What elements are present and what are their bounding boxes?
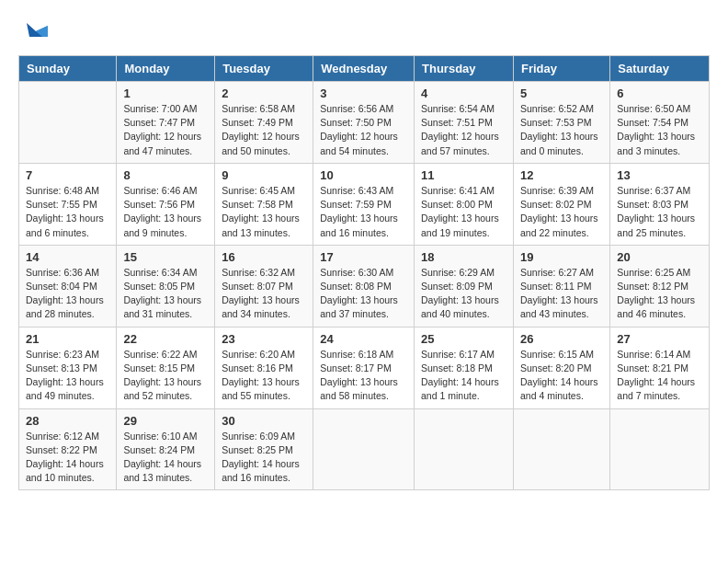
calendar-table: Sunday Monday Tuesday Wednesday Thursday…	[18, 55, 710, 490]
day-number: 30	[222, 414, 306, 428]
calendar-cell: 25Sunrise: 6:17 AMSunset: 8:18 PMDayligh…	[415, 327, 514, 408]
calendar-cell: 19Sunrise: 6:27 AMSunset: 8:11 PMDayligh…	[513, 245, 609, 327]
day-number: 28	[26, 414, 109, 428]
calendar-cell	[19, 82, 117, 164]
day-info: Sunrise: 6:14 AMSunset: 8:21 PMDaylight:…	[617, 348, 702, 404]
day-number: 13	[617, 168, 702, 182]
calendar-cell: 22Sunrise: 6:22 AMSunset: 8:15 PMDayligh…	[117, 327, 215, 408]
day-info: Sunrise: 6:34 AMSunset: 8:05 PMDaylight:…	[123, 266, 208, 322]
day-number: 24	[320, 332, 407, 346]
day-info: Sunrise: 6:58 AMSunset: 7:49 PMDaylight:…	[222, 102, 306, 158]
day-info: Sunrise: 6:20 AMSunset: 8:16 PMDaylight:…	[222, 348, 306, 404]
day-info: Sunrise: 6:46 AMSunset: 7:56 PMDaylight:…	[123, 184, 208, 240]
day-info: Sunrise: 7:00 AMSunset: 7:47 PMDaylight:…	[123, 102, 208, 158]
day-info: Sunrise: 6:52 AMSunset: 7:53 PMDaylight:…	[520, 102, 603, 158]
calendar-cell: 26Sunrise: 6:15 AMSunset: 8:20 PMDayligh…	[513, 327, 609, 408]
day-info: Sunrise: 6:36 AMSunset: 8:04 PMDaylight:…	[26, 266, 109, 322]
col-monday: Monday	[117, 56, 215, 82]
calendar-cell: 15Sunrise: 6:34 AMSunset: 8:05 PMDayligh…	[117, 245, 215, 327]
day-number: 8	[123, 168, 208, 182]
calendar-cell: 30Sunrise: 6:09 AMSunset: 8:25 PMDayligh…	[215, 408, 313, 490]
calendar-week-3: 14Sunrise: 6:36 AMSunset: 8:04 PMDayligh…	[19, 245, 710, 327]
day-number: 16	[222, 250, 306, 264]
calendar-body: 1Sunrise: 7:00 AMSunset: 7:47 PMDaylight…	[19, 82, 710, 490]
calendar-cell	[610, 408, 710, 490]
calendar-cell: 5Sunrise: 6:52 AMSunset: 7:53 PMDaylight…	[513, 82, 609, 164]
day-number: 10	[320, 168, 407, 182]
day-info: Sunrise: 6:10 AMSunset: 8:24 PMDaylight:…	[123, 430, 208, 486]
calendar-cell: 20Sunrise: 6:25 AMSunset: 8:12 PMDayligh…	[610, 245, 710, 327]
day-number: 26	[520, 332, 603, 346]
col-saturday: Saturday	[610, 56, 710, 82]
day-number: 23	[222, 332, 306, 346]
calendar-week-2: 7Sunrise: 6:48 AMSunset: 7:55 PMDaylight…	[19, 163, 710, 245]
logo-icon	[22, 18, 50, 46]
day-info: Sunrise: 6:54 AMSunset: 7:51 PMDaylight:…	[421, 102, 506, 158]
day-info: Sunrise: 6:17 AMSunset: 8:18 PMDaylight:…	[421, 348, 506, 404]
calendar-week-4: 21Sunrise: 6:23 AMSunset: 8:13 PMDayligh…	[19, 327, 710, 408]
calendar-cell: 7Sunrise: 6:48 AMSunset: 7:55 PMDaylight…	[19, 163, 117, 245]
day-info: Sunrise: 6:43 AMSunset: 7:59 PMDaylight:…	[320, 184, 407, 240]
header-row: Sunday Monday Tuesday Wednesday Thursday…	[19, 56, 710, 82]
calendar-cell: 8Sunrise: 6:46 AMSunset: 7:56 PMDaylight…	[117, 163, 215, 245]
calendar-cell: 17Sunrise: 6:30 AMSunset: 8:08 PMDayligh…	[313, 245, 415, 327]
calendar-cell: 2Sunrise: 6:58 AMSunset: 7:49 PMDaylight…	[215, 82, 313, 164]
calendar-cell: 4Sunrise: 6:54 AMSunset: 7:51 PMDaylight…	[415, 82, 514, 164]
calendar-cell: 13Sunrise: 6:37 AMSunset: 8:03 PMDayligh…	[610, 163, 710, 245]
day-info: Sunrise: 6:27 AMSunset: 8:11 PMDaylight:…	[520, 266, 603, 322]
day-info: Sunrise: 6:25 AMSunset: 8:12 PMDaylight:…	[617, 266, 702, 322]
day-info: Sunrise: 6:39 AMSunset: 8:02 PMDaylight:…	[520, 184, 603, 240]
col-wednesday: Wednesday	[313, 56, 415, 82]
day-number: 20	[617, 250, 702, 264]
day-info: Sunrise: 6:32 AMSunset: 8:07 PMDaylight:…	[222, 266, 306, 322]
day-number: 27	[617, 332, 702, 346]
day-info: Sunrise: 6:30 AMSunset: 8:08 PMDaylight:…	[320, 266, 407, 322]
day-number: 7	[26, 168, 109, 182]
day-info: Sunrise: 6:09 AMSunset: 8:25 PMDaylight:…	[222, 430, 306, 486]
calendar-cell	[313, 408, 415, 490]
day-number: 29	[123, 414, 208, 428]
calendar-cell	[513, 408, 609, 490]
col-friday: Friday	[513, 56, 609, 82]
calendar-cell: 6Sunrise: 6:50 AMSunset: 7:54 PMDaylight…	[610, 82, 710, 164]
day-number: 9	[222, 168, 306, 182]
day-number: 1	[123, 86, 208, 100]
day-number: 14	[26, 250, 109, 264]
day-number: 21	[26, 332, 109, 346]
calendar-cell: 21Sunrise: 6:23 AMSunset: 8:13 PMDayligh…	[19, 327, 117, 408]
day-number: 17	[320, 250, 407, 264]
day-number: 18	[421, 250, 506, 264]
day-number: 3	[320, 86, 407, 100]
calendar-cell: 27Sunrise: 6:14 AMSunset: 8:21 PMDayligh…	[610, 327, 710, 408]
day-number: 22	[123, 332, 208, 346]
calendar-cell: 12Sunrise: 6:39 AMSunset: 8:02 PMDayligh…	[513, 163, 609, 245]
day-info: Sunrise: 6:41 AMSunset: 8:00 PMDaylight:…	[421, 184, 506, 240]
day-info: Sunrise: 6:18 AMSunset: 8:17 PMDaylight:…	[320, 348, 407, 404]
page-header	[18, 18, 710, 46]
logo	[18, 18, 50, 46]
day-info: Sunrise: 6:23 AMSunset: 8:13 PMDaylight:…	[26, 348, 109, 404]
day-info: Sunrise: 6:45 AMSunset: 7:58 PMDaylight:…	[222, 184, 306, 240]
day-info: Sunrise: 6:37 AMSunset: 8:03 PMDaylight:…	[617, 184, 702, 240]
day-info: Sunrise: 6:12 AMSunset: 8:22 PMDaylight:…	[26, 430, 109, 486]
day-info: Sunrise: 6:50 AMSunset: 7:54 PMDaylight:…	[617, 102, 702, 158]
calendar-cell: 29Sunrise: 6:10 AMSunset: 8:24 PMDayligh…	[117, 408, 215, 490]
day-info: Sunrise: 6:22 AMSunset: 8:15 PMDaylight:…	[123, 348, 208, 404]
calendar-cell: 10Sunrise: 6:43 AMSunset: 7:59 PMDayligh…	[313, 163, 415, 245]
col-tuesday: Tuesday	[215, 56, 313, 82]
calendar-cell: 1Sunrise: 7:00 AMSunset: 7:47 PMDaylight…	[117, 82, 215, 164]
calendar-cell: 14Sunrise: 6:36 AMSunset: 8:04 PMDayligh…	[19, 245, 117, 327]
day-number: 4	[421, 86, 506, 100]
calendar-week-1: 1Sunrise: 7:00 AMSunset: 7:47 PMDaylight…	[19, 82, 710, 164]
day-info: Sunrise: 6:56 AMSunset: 7:50 PMDaylight:…	[320, 102, 407, 158]
day-number: 12	[520, 168, 603, 182]
calendar-week-5: 28Sunrise: 6:12 AMSunset: 8:22 PMDayligh…	[19, 408, 710, 490]
col-thursday: Thursday	[415, 56, 514, 82]
calendar-cell: 11Sunrise: 6:41 AMSunset: 8:00 PMDayligh…	[415, 163, 514, 245]
day-info: Sunrise: 6:48 AMSunset: 7:55 PMDaylight:…	[26, 184, 109, 240]
calendar-cell: 24Sunrise: 6:18 AMSunset: 8:17 PMDayligh…	[313, 327, 415, 408]
calendar-header: Sunday Monday Tuesday Wednesday Thursday…	[19, 56, 710, 82]
day-number: 2	[222, 86, 306, 100]
calendar-cell: 28Sunrise: 6:12 AMSunset: 8:22 PMDayligh…	[19, 408, 117, 490]
day-number: 5	[520, 86, 603, 100]
